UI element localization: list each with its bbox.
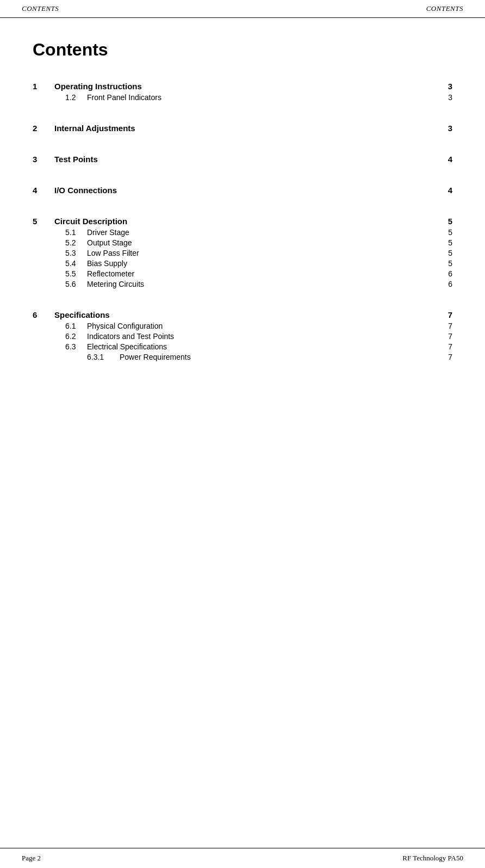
toc-subsub-number-6-3-1: 6.3.1	[87, 353, 120, 361]
toc-number-4: 4	[33, 186, 54, 195]
toc-sub-number-5-5: 5.5	[65, 269, 87, 278]
toc-label-6: Specifications	[54, 310, 110, 319]
toc-page-4: 4	[448, 186, 452, 195]
toc-label-1: Operating Instructions	[54, 82, 142, 91]
header-right: CONTENTS	[426, 4, 463, 13]
toc-sub-page-5-6: 6	[448, 280, 452, 288]
toc-sub-page-5-5: 6	[448, 269, 452, 278]
toc-sub-label-1-2: Front Panel Indicators	[87, 93, 161, 102]
page-footer: Page 2 RF Technology PA50	[0, 848, 485, 868]
toc-section-4: 4 I/O Connections 4	[33, 186, 452, 195]
toc-sub-number-6-2: 6.2	[65, 332, 87, 341]
toc-label-4: I/O Connections	[54, 186, 117, 195]
toc-sub-number-1-2: 1.2	[65, 93, 87, 102]
toc-sub-entry-6-3: 6.3 Electrical Specifications 7	[33, 342, 452, 351]
toc-section-6: 6 Specifications 7 6.1 Physical Configur…	[33, 310, 452, 361]
toc-section-2: 2 Internal Adjustments 3	[33, 124, 452, 133]
toc-subsub-page-6-3-1: 7	[448, 353, 452, 361]
toc-number-3: 3	[33, 155, 54, 164]
toc-number-2: 2	[33, 124, 54, 133]
page-title: Contents	[33, 40, 452, 60]
toc-sub-number-6-1: 6.1	[65, 322, 87, 330]
toc-label-2: Internal Adjustments	[54, 124, 135, 133]
toc-sub-page-5-1: 5	[448, 228, 452, 237]
toc-sub-page-5-3: 5	[448, 249, 452, 257]
toc-sub-page-6-2: 7	[448, 332, 452, 341]
toc-sub-label-6-3: Electrical Specifications	[87, 342, 167, 351]
toc-entry-3: 3 Test Points 4	[33, 155, 452, 164]
toc-number-1: 1	[33, 82, 54, 91]
toc-subsub-label-6-3-1: Power Requirements	[120, 353, 191, 361]
footer-right: RF Technology PA50	[402, 854, 463, 863]
toc-page-6: 7	[448, 310, 452, 319]
toc-section-3: 3 Test Points 4	[33, 155, 452, 164]
toc-page-2: 3	[448, 124, 452, 133]
toc-sub-label-5-1: Driver Stage	[87, 228, 129, 237]
toc-number-5: 5	[33, 217, 54, 226]
toc-entry-6: 6 Specifications 7	[33, 310, 452, 319]
toc-sub-label-5-2: Output Stage	[87, 238, 132, 247]
toc-sub-page-6-3: 7	[448, 342, 452, 351]
toc-sub-entry-6-2: 6.2 Indicators and Test Points 7	[33, 332, 452, 341]
toc-page-3: 4	[448, 155, 452, 164]
toc-sub-number-5-3: 5.3	[65, 249, 87, 257]
toc-entry-1: 1 Operating Instructions 3	[33, 82, 452, 91]
header-left: CONTENTS	[22, 4, 59, 13]
toc-section-1: 1 Operating Instructions 3 1.2 Front Pan…	[33, 82, 452, 102]
footer-left: Page 2	[22, 854, 41, 863]
toc-label-5: Circuit Description	[54, 217, 127, 226]
toc-sub-page-1-2: 3	[448, 93, 452, 102]
toc-entry-4: 4 I/O Connections 4	[33, 186, 452, 195]
toc-sub-number-6-3: 6.3	[65, 342, 87, 351]
toc-sub-entry-5-3: 5.3 Low Pass Filter 5	[33, 249, 452, 257]
toc-entry-2: 2 Internal Adjustments 3	[33, 124, 452, 133]
toc-sub-number-5-6: 5.6	[65, 280, 87, 288]
toc-section-5: 5 Circuit Description 5 5.1 Driver Stage…	[33, 217, 452, 288]
toc-sub-entry-5-2: 5.2 Output Stage 5	[33, 238, 452, 247]
toc-page-1: 3	[448, 82, 452, 91]
toc-sub-entry-5-4: 5.4 Bias Supply 5	[33, 259, 452, 268]
toc-sub-label-6-1: Physical Configuration	[87, 322, 163, 330]
main-content: Contents 1 Operating Instructions 3 1.2 …	[0, 18, 485, 405]
toc-sub-number-5-2: 5.2	[65, 238, 87, 247]
toc-sub-label-5-6: Metering Circuits	[87, 280, 144, 288]
toc-entry-5: 5 Circuit Description 5	[33, 217, 452, 226]
toc-label-3: Test Points	[54, 155, 98, 164]
toc-sub-page-6-1: 7	[448, 322, 452, 330]
toc-sub-entry-1-2: 1.2 Front Panel Indicators 3	[33, 93, 452, 102]
toc-sub-label-5-4: Bias Supply	[87, 259, 127, 268]
toc-sub-number-5-1: 5.1	[65, 228, 87, 237]
toc-number-6: 6	[33, 310, 54, 319]
toc-subsub-entry-6-3-1: 6.3.1 Power Requirements 7	[33, 353, 452, 361]
toc-sub-label-6-2: Indicators and Test Points	[87, 332, 174, 341]
toc-sub-number-5-4: 5.4	[65, 259, 87, 268]
toc-sub-page-5-2: 5	[448, 238, 452, 247]
toc-sub-entry-5-6: 5.6 Metering Circuits 6	[33, 280, 452, 288]
toc-sub-label-5-5: Reflectometer	[87, 269, 134, 278]
toc-sub-label-5-3: Low Pass Filter	[87, 249, 139, 257]
toc-sub-entry-5-5: 5.5 Reflectometer 6	[33, 269, 452, 278]
toc-sub-entry-5-1: 5.1 Driver Stage 5	[33, 228, 452, 237]
toc-page-5: 5	[448, 217, 452, 226]
toc-sub-page-5-4: 5	[448, 259, 452, 268]
toc-sub-entry-6-1: 6.1 Physical Configuration 7	[33, 322, 452, 330]
